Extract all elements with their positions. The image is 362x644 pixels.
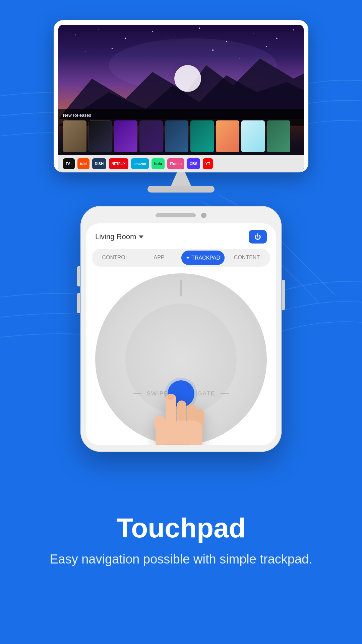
svg-rect-24 [156, 421, 202, 445]
trackpad-area[interactable]: SWIPE TO NAVIGATE [95, 273, 267, 445]
power-button[interactable]: ⏻ [249, 230, 267, 244]
movie-row: New Releases [58, 109, 304, 156]
tv-screen: New Releases TV+ [58, 25, 304, 172]
main-title: Touchpad [50, 512, 312, 544]
phone-camera [201, 213, 206, 218]
svg-point-9 [293, 30, 294, 31]
phone-speaker [156, 213, 196, 217]
phone-outer: Living Room ⏻ CONTROL APP ✦ TRACKPAD CON… [80, 206, 282, 452]
tv-cursor [174, 65, 201, 92]
svg-point-1 [98, 30, 99, 30]
tv-screen-outer: New Releases TV+ [54, 20, 308, 172]
dropdown-arrow-icon [139, 235, 143, 238]
app-icon-youtube: YT [203, 158, 213, 169]
phone-notch [86, 213, 276, 218]
app-icon-itunes: iTunes [167, 158, 184, 169]
sub-text: Easy navigation possible with simple tra… [50, 550, 312, 568]
svg-point-8 [276, 38, 278, 39]
movie-thumb [267, 120, 290, 152]
svg-point-4 [176, 36, 176, 37]
phone-volume-up-button[interactable] [77, 266, 80, 286]
tab-content[interactable]: CONTENT [225, 251, 268, 265]
svg-point-3 [152, 31, 153, 32]
movie-thumb [190, 120, 214, 152]
trackpad-tab-icon: ✦ [186, 255, 191, 261]
phone-screen: Living Room ⏻ CONTROL APP ✦ TRACKPAD CON… [86, 223, 276, 445]
app-icon-cbs: CBS [187, 158, 200, 169]
movie-thumb [165, 120, 188, 152]
tab-control[interactable]: CONTROL [94, 251, 137, 265]
phone-header: Living Room ⏻ [86, 223, 276, 249]
phone-power-side-button[interactable] [282, 280, 285, 310]
app-icon-amazon: amazon [131, 158, 149, 169]
tab-trackpad[interactable]: ✦ TRACKPAD [181, 251, 225, 265]
bottom-section: Touchpad Easy navigation possible with s… [29, 512, 333, 588]
svg-point-15 [266, 46, 267, 47]
app-icon-dish: DISH [92, 158, 106, 169]
app-icon-tubi: tubi [77, 158, 89, 169]
dash-right [221, 393, 229, 394]
tv-stand-base [147, 186, 215, 193]
tab-app[interactable]: APP [137, 251, 181, 265]
power-icon: ⏻ [254, 233, 261, 241]
app-icon-netflix: NETFLIX [109, 158, 128, 169]
movie-thumb [241, 120, 265, 152]
svg-point-0 [75, 35, 76, 36]
app-icon-hulu: hulu [152, 158, 165, 169]
hand-cursor-icon [139, 387, 206, 445]
tv-monitor: New Releases TV+ [54, 20, 308, 193]
svg-point-2 [125, 38, 126, 39]
svg-point-7 [253, 33, 254, 34]
phone-volume-down-button[interactable] [77, 293, 80, 313]
svg-point-11 [112, 48, 113, 49]
svg-point-5 [199, 28, 200, 29]
movie-thumb [63, 120, 86, 152]
app-icon-tvplus: TV+ [63, 158, 75, 169]
svg-point-26 [168, 394, 174, 400]
movie-thumb [114, 120, 137, 152]
movie-thumb [88, 120, 112, 152]
room-label: Living Room [95, 232, 136, 241]
svg-point-10 [85, 51, 85, 52]
phone-container: Living Room ⏻ CONTROL APP ✦ TRACKPAD CON… [80, 206, 282, 452]
movie-thumb [139, 120, 163, 152]
movie-row-label: New Releases [63, 113, 299, 118]
tv-stand-neck [171, 172, 191, 186]
trackpad-cursor [181, 279, 182, 296]
room-selector[interactable]: Living Room [95, 232, 143, 241]
movie-thumbnails [63, 120, 299, 152]
tab-bar: CONTROL APP ✦ TRACKPAD CONTENT [92, 249, 270, 267]
tv-app-bar: TV+ tubi DISH NETFLIX amazon hulu iTunes… [58, 155, 304, 172]
tv-stand [54, 172, 308, 193]
movie-thumb [216, 120, 239, 152]
